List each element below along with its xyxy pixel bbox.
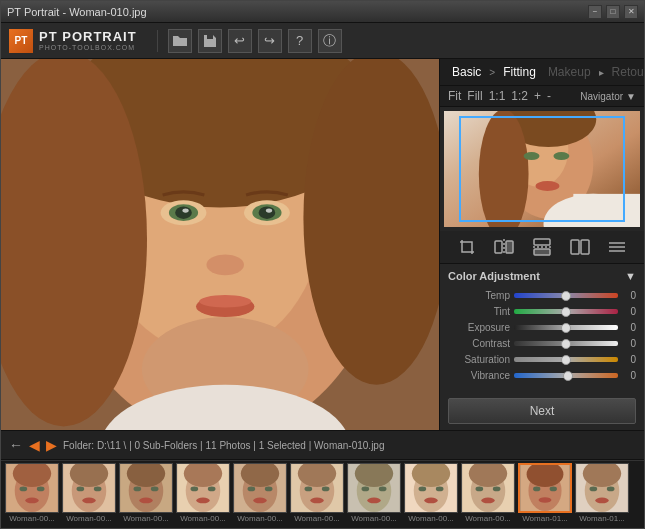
nav-frame-indicator: [459, 116, 625, 222]
nav-prev-arrow[interactable]: ◀: [29, 437, 40, 453]
thumbnail-label: Woman-00...: [461, 514, 515, 523]
open-folder-button[interactable]: [168, 29, 192, 53]
thumbnail-item[interactable]: [119, 463, 173, 513]
svg-point-62: [191, 487, 199, 492]
zoom-bar: Fit Fill 1:1 1:2 + - Navigator ▼: [440, 86, 644, 107]
undo-button[interactable]: ↩: [228, 29, 252, 53]
thumbnail-label: Woman-00...: [5, 514, 59, 523]
contrast-slider[interactable]: [514, 341, 618, 346]
crop-tool-button[interactable]: [454, 236, 480, 258]
thumbnail-item[interactable]: [404, 463, 458, 513]
folder-info: Folder: D:\11 \ | 0 Sub-Folders | 11 Pho…: [63, 440, 384, 451]
thumb-container: Woman-00...: [404, 463, 458, 523]
close-button[interactable]: ✕: [624, 5, 638, 19]
next-button[interactable]: Next: [448, 398, 636, 424]
zoom-1-1-button[interactable]: 1:1: [489, 89, 506, 103]
saturation-label: Saturation: [448, 354, 510, 365]
thumbnail-item[interactable]: [290, 463, 344, 513]
svg-point-13: [266, 209, 272, 213]
svg-point-106: [595, 498, 608, 504]
svg-point-45: [37, 487, 45, 492]
exposure-value: 0: [622, 322, 636, 333]
thumb-container: Woman-00...: [5, 463, 59, 523]
tab-retouch[interactable]: Retouch: [608, 63, 645, 81]
svg-point-92: [476, 487, 484, 492]
thumbnail-item[interactable]: [5, 463, 59, 513]
thumbnail-label: Woman-00...: [176, 514, 230, 523]
thumbnail-item[interactable]: [233, 463, 287, 513]
info-button[interactable]: ⓘ: [318, 29, 342, 53]
flip-vertical-button[interactable]: [529, 236, 555, 258]
redo-button[interactable]: ↪: [258, 29, 282, 53]
tab-makeup[interactable]: Makeup: [544, 63, 595, 81]
color-adjustment-section: Color Adjustment ▼ Temp 0 Tint 0 Exposur…: [440, 264, 644, 392]
thumbnail-item[interactable]: [62, 463, 116, 513]
lines-button[interactable]: [604, 236, 630, 258]
thumb-container: Woman-01...: [575, 463, 629, 523]
thumbnail-item[interactable]: [176, 463, 230, 513]
nav-next-arrow[interactable]: ▶: [46, 437, 57, 453]
title-bar: PT Portrait - Woman-010.jpg − □ ✕: [1, 1, 644, 23]
maximize-button[interactable]: □: [606, 5, 620, 19]
thumbnail-label: Woman-00...: [347, 514, 401, 523]
navigator-preview: [444, 111, 640, 227]
thumbnail-item[interactable]: [575, 463, 629, 513]
fit-zoom-button[interactable]: Fit: [448, 89, 461, 103]
tint-slider[interactable]: [514, 309, 618, 314]
vibrance-value: 0: [622, 370, 636, 381]
svg-point-68: [248, 487, 256, 492]
svg-rect-37: [581, 240, 589, 254]
thumbnail-item[interactable]: [461, 463, 515, 513]
right-panel: Basic > Fitting Makeup ▸ Retouch Fit Fil…: [439, 59, 644, 430]
thumbnail-item[interactable]: [518, 463, 572, 513]
svg-point-104: [590, 487, 598, 492]
zoom-1-2-button[interactable]: 1:2: [511, 89, 528, 103]
window-controls[interactable]: − □ ✕: [588, 5, 638, 19]
minimize-button[interactable]: −: [588, 5, 602, 19]
svg-point-105: [607, 487, 615, 492]
logo-icon: PT: [9, 29, 33, 53]
tab-fitting[interactable]: Fitting: [499, 63, 540, 81]
temp-slider[interactable]: [514, 293, 618, 298]
nav-image: [444, 111, 640, 227]
thumbnail-item[interactable]: [347, 463, 401, 513]
thumb-container: Woman-00...: [290, 463, 344, 523]
thumb-container: Woman-00...: [233, 463, 287, 523]
fill-zoom-button[interactable]: Fill: [467, 89, 482, 103]
contrast-value: 0: [622, 338, 636, 349]
columns-button[interactable]: [567, 236, 593, 258]
thumbnail-strip: Woman-00...Woman-00...Woman-00...Woman-0…: [1, 460, 644, 529]
svg-point-69: [265, 487, 273, 492]
nav-back-arrow[interactable]: ←: [9, 437, 23, 453]
save-button[interactable]: [198, 29, 222, 53]
vibrance-slider[interactable]: [514, 373, 618, 378]
svg-point-64: [196, 498, 209, 504]
svg-rect-30: [495, 241, 502, 253]
saturation-slider-row: Saturation 0: [448, 354, 636, 365]
thumb-container: Woman-00...: [62, 463, 116, 523]
svg-rect-36: [571, 240, 579, 254]
logo-main-text: PT PORTRAIT: [39, 29, 137, 45]
thumb-container: Woman-00...: [461, 463, 515, 523]
saturation-slider[interactable]: [514, 357, 618, 362]
window-title: PT Portrait - Woman-010.jpg: [7, 6, 147, 18]
vibrance-label: Vibrance: [448, 370, 510, 381]
svg-point-46: [25, 498, 38, 504]
zoom-in-button[interactable]: +: [534, 89, 541, 103]
temp-label: Temp: [448, 290, 510, 301]
thumbnail-label: Woman-00...: [233, 514, 287, 523]
svg-point-88: [424, 498, 437, 504]
thumbnail-label: Woman-00...: [290, 514, 344, 523]
svg-point-98: [533, 487, 540, 492]
tab-basic[interactable]: Basic: [448, 63, 485, 81]
svg-rect-34: [534, 249, 550, 255]
nav-bar: ← ◀ ▶ Folder: D:\11 \ | 0 Sub-Folders | …: [1, 430, 644, 460]
panel-tabs: Basic > Fitting Makeup ▸ Retouch: [440, 59, 644, 86]
flip-horizontal-button[interactable]: [491, 236, 517, 258]
tab-arrow: >: [489, 67, 495, 78]
svg-point-94: [481, 498, 494, 504]
zoom-out-button[interactable]: -: [547, 89, 551, 103]
help-button[interactable]: ?: [288, 29, 312, 53]
exposure-slider[interactable]: [514, 325, 618, 330]
tint-label: Tint: [448, 306, 510, 317]
